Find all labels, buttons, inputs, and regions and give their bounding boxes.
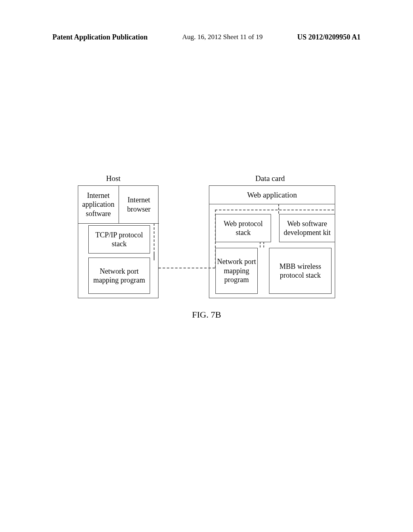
dashed-connector [278, 204, 279, 214]
host-tcpip: TCP/IP protocol stack [88, 225, 150, 254]
host-internet-browser: Internet browser [119, 186, 159, 224]
dashed-connector [154, 254, 154, 260]
datacard-mbb: MBB wireless protocol stack [269, 248, 332, 294]
dashed-connector [263, 242, 264, 247]
datacard-netport: Network port mapping program [215, 248, 258, 294]
dashed-connector [260, 242, 261, 247]
datacard-web-protocol: Web protocol stack [215, 214, 271, 242]
datacard-webapp: Web application [209, 186, 335, 204]
header-center: Aug. 16, 2012 Sheet 11 of 19 [182, 33, 263, 42]
dashed-connector [159, 268, 215, 268]
datacard-web-sdk: Web software development kit [279, 214, 335, 242]
datacard-box: Web application Web protocol stack Web s… [209, 185, 335, 298]
dashed-connector [215, 210, 334, 210]
host-internet-app: Internet application software [78, 186, 119, 224]
dashed-connector [154, 223, 154, 258]
host-title: Host [106, 174, 121, 183]
header-left: Patent Application Publication [52, 33, 148, 42]
host-box: Internet application software Internet b… [78, 185, 159, 298]
figure-label: FIG. 7B [0, 310, 413, 320]
header-right: US 2012/0209950 A1 [297, 33, 361, 42]
host-netport: Network port mapping program [88, 258, 150, 294]
host-top-row: Internet application software Internet b… [78, 186, 159, 224]
page-header: Patent Application Publication Aug. 16, … [52, 33, 361, 42]
datacard-title: Data card [255, 174, 285, 183]
dashed-connector [215, 210, 216, 268]
